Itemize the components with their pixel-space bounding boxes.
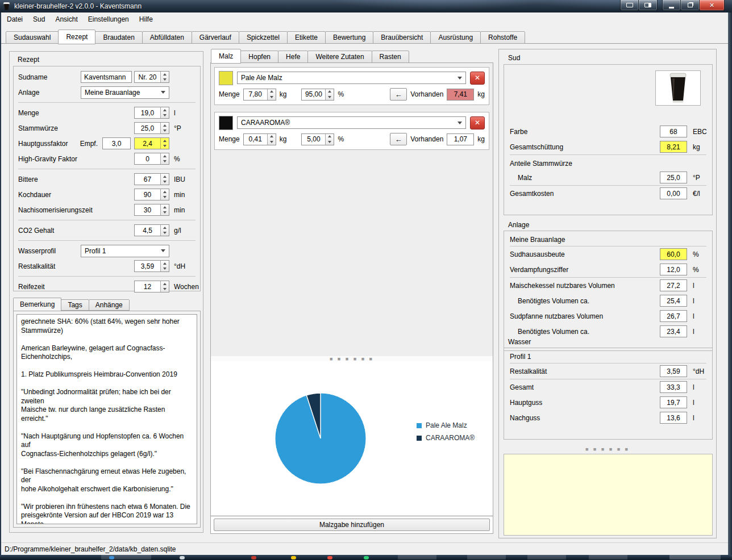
reifezeit-unit: Wochen xyxy=(169,283,196,291)
bemerkung-textarea[interactable]: gerechnete SHA: 60% (statt 64%, wegen se… xyxy=(16,314,197,524)
gesamtkosten-label: Gesamtkosten xyxy=(510,190,660,198)
take-from-stock-button[interactable]: ← xyxy=(390,133,407,145)
unit-label: l xyxy=(687,282,706,290)
menu-ansicht[interactable]: Ansicht xyxy=(50,14,82,25)
tab-rasten[interactable]: Rasten xyxy=(372,51,409,63)
chevron-down-icon xyxy=(161,91,165,94)
minimize-button[interactable] xyxy=(662,0,681,11)
splitter-handle[interactable]: ■ ■ ■ ■ ■ ■ xyxy=(211,356,493,361)
spin-up-icon[interactable] xyxy=(161,72,169,77)
tab-rohstoffe[interactable]: Rohstoffe xyxy=(480,31,525,44)
menu-datei[interactable]: Datei xyxy=(2,14,28,25)
monitor-panel-button[interactable] xyxy=(639,0,658,11)
taskbar-button[interactable] xyxy=(398,555,436,559)
wasser-profil-header: Profil 1 xyxy=(504,348,712,363)
stammwuerze-unit: °P xyxy=(169,124,196,132)
recipe-panel: Rezept Sudname Kaventsmann Nr. 20 Anlage… xyxy=(9,51,203,533)
sud-notes-area[interactable] xyxy=(504,454,713,536)
empf-field: 3,0 xyxy=(102,137,131,149)
tab-rezept[interactable]: Rezept xyxy=(58,30,95,44)
malz-percent-stepper[interactable]: 95,00 xyxy=(301,89,334,101)
wasserprofil-select[interactable]: Profil 1 xyxy=(81,245,169,257)
kochdauer-stepper[interactable]: 90 xyxy=(134,189,169,200)
tab-etikette[interactable]: Etikette xyxy=(287,31,326,44)
tab-tags[interactable]: Tags xyxy=(61,299,89,311)
tab-brauuebersicht[interactable]: Brauübersicht xyxy=(373,31,431,44)
malz-menge-stepper[interactable]: 0,41 xyxy=(243,133,276,145)
menu-einstellungen[interactable]: Einstellungen xyxy=(83,14,134,25)
sudpfanne-volumen-field: 26,7 xyxy=(660,310,687,322)
gesamtschuettung-unit: kg xyxy=(687,143,706,151)
add-malz-button[interactable]: Malzgabe hinzufügen xyxy=(214,519,490,531)
window-border-left xyxy=(0,12,1,555)
wasser-box: Profil 1 Restalkalität 3,59 °dH Gesamt 3… xyxy=(504,348,713,440)
maximize-button[interactable] xyxy=(681,0,700,11)
tab-hefe[interactable]: Hefe xyxy=(278,51,308,63)
high-gravity-stepper[interactable]: 0 xyxy=(134,153,169,165)
chevron-down-icon xyxy=(458,77,462,80)
tab-spickzettel[interactable]: Spickzettel xyxy=(239,31,288,44)
menubar: Datei Sud Ansicht Einstellungen Hilfe xyxy=(0,12,732,26)
sudnummer-stepper[interactable]: Nr. 20 xyxy=(134,71,169,83)
tab-anhaenge[interactable]: Anhänge xyxy=(89,299,130,311)
taskbar-button[interactable] xyxy=(467,555,506,559)
anlage-select[interactable]: Meine Brauanlage xyxy=(81,86,169,99)
menu-sud[interactable]: Sud xyxy=(28,14,50,25)
sud-box: Farbe 68 EBC Gesamtschüttung 8,21 kg Ant… xyxy=(504,64,713,215)
benoetigtes-volumen-label: Benötigtes Volumen ca. xyxy=(510,297,660,305)
beer-glass-icon xyxy=(3,2,10,11)
restalkalitaet-stepper[interactable]: 3,59 xyxy=(134,260,169,272)
delete-malz-button[interactable]: ✕ xyxy=(470,116,485,129)
gesamtschuettung-field: 8,21 xyxy=(660,141,687,153)
reifezeit-stepper[interactable]: 12 xyxy=(134,281,169,292)
malz-select[interactable]: Pale Ale Malz xyxy=(237,72,466,84)
malz-percent-stepper[interactable]: 5,00 xyxy=(301,133,334,145)
kochdauer-label: Kochdauer xyxy=(18,191,134,199)
wasserprofil-label: Wasserprofil xyxy=(18,247,81,255)
take-from-stock-button[interactable]: ← xyxy=(390,88,407,101)
splitter-handle[interactable]: ■ ■ ■ ■ ■ ■ xyxy=(499,447,716,452)
menge-unit: kg xyxy=(280,135,287,143)
tab-bemerkung[interactable]: Bemerkung xyxy=(13,298,61,311)
close-icon: ✕ xyxy=(475,119,480,127)
taskbar[interactable] xyxy=(0,555,732,560)
malz-color-swatch xyxy=(219,71,233,85)
tab-braudaten[interactable]: Braudaten xyxy=(95,31,142,44)
tab-abfuelldaten[interactable]: Abfülldaten xyxy=(142,31,192,44)
taskbar-button[interactable] xyxy=(527,555,566,559)
malz-select[interactable]: CARAAROMA® xyxy=(237,116,466,129)
titlebar: kleiner-brauhelfer-2 v2.0.0 - Kaventsman… xyxy=(0,0,732,12)
malz-menge-stepper[interactable]: 7,80 xyxy=(243,89,276,101)
stammwuerze-stepper[interactable]: 25,0 xyxy=(134,122,169,134)
maximize-icon xyxy=(688,3,693,7)
close-icon: ✕ xyxy=(475,74,480,82)
sudname-input[interactable]: Kaventsmann xyxy=(81,71,132,83)
spin-down-icon[interactable] xyxy=(161,77,169,83)
legend-swatch xyxy=(417,436,422,441)
menge-stepper[interactable]: 19,0 xyxy=(134,107,169,119)
tab-malz[interactable]: Malz xyxy=(211,49,241,64)
beer-glass-image xyxy=(655,70,701,106)
menu-hilfe[interactable]: Hilfe xyxy=(134,14,158,25)
tab-hopfen[interactable]: Hopfen xyxy=(240,51,278,63)
tab-gaerverlauf[interactable]: Gärverlauf xyxy=(192,31,239,44)
tab-sudauswahl[interactable]: Sudauswahl xyxy=(6,31,59,44)
co2-label: CO2 Gehalt xyxy=(18,227,134,235)
taskbar-button[interactable] xyxy=(589,555,627,559)
close-button[interactable]: ✕ xyxy=(700,0,725,11)
nachisomerisierungszeit-label: Nachisomerisierungszeit xyxy=(18,206,134,214)
gesamtschuettung-label: Gesamtschüttung xyxy=(510,143,660,151)
monitor-button[interactable] xyxy=(620,0,639,11)
tab-ausruestung[interactable]: Ausrüstung xyxy=(430,31,481,44)
menge-label: Menge xyxy=(219,90,240,98)
nachisomerisierungszeit-stepper[interactable]: 30 xyxy=(134,204,169,216)
bittere-stepper[interactable]: 67 xyxy=(134,173,169,185)
tab-weitere-zutaten[interactable]: Weitere Zutaten xyxy=(307,51,372,63)
delete-malz-button[interactable]: ✕ xyxy=(470,72,485,85)
unit-label: l xyxy=(687,328,706,336)
tab-bewertung[interactable]: Bewertung xyxy=(325,31,373,44)
hauptgussfaktor-stepper[interactable]: 2,4 xyxy=(134,137,169,149)
co2-stepper[interactable]: 4,5 xyxy=(134,224,169,236)
taskbar-button[interactable] xyxy=(669,555,721,559)
vorhanden-label: Vorhanden xyxy=(410,135,443,143)
